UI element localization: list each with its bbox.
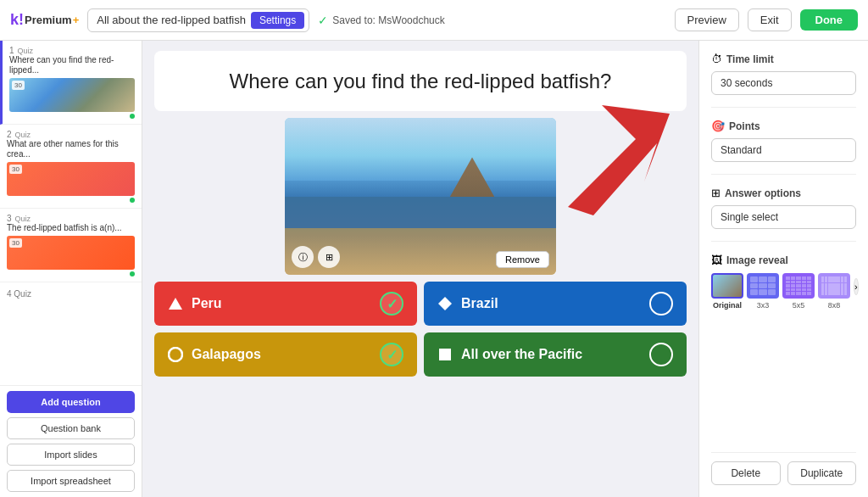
answer-brazil[interactable]: Brazil — [424, 282, 687, 326]
item-3-thumb: 30 — [7, 236, 135, 270]
sidebar: 1 Quiz Where can you find the red-lipped… — [0, 41, 142, 497]
thumb-3-number: 30 — [9, 238, 22, 248]
answers-grid: Peru ✓ Brazil Galapagos ✓ — [154, 282, 687, 377]
reveal-8x8[interactable]: 8x8 — [818, 273, 850, 310]
image-controls: ⓘ ⊞ — [292, 246, 340, 268]
item-1-number: 1 — [9, 46, 14, 55]
center-content: Where can you find the red-lipped batfis… — [142, 41, 698, 497]
answer-options-select[interactable]: Single select Multi select — [711, 205, 856, 229]
svg-rect-5 — [439, 349, 451, 360]
media-area: ⓘ ⊞ Remove — [154, 118, 687, 275]
answer-pacific-label: All over the Pacific — [461, 347, 582, 362]
header: k!Premium+ All about the red-lipped batf… — [0, 0, 868, 41]
preview-button[interactable]: Preview — [675, 8, 739, 31]
sidebar-buttons: Add question Question bank Import slides… — [0, 385, 142, 497]
time-limit-label: Time limit — [726, 53, 774, 65]
item-1-type: Quiz — [18, 47, 34, 55]
time-limit-section: ⏱ Time limit 30 seconds 1 minute 2 minut… — [711, 53, 856, 95]
item-1-dot — [130, 114, 135, 119]
reveal-5x5-thumb — [782, 273, 815, 299]
item-3-number: 3 — [7, 214, 12, 223]
answer-peru[interactable]: Peru ✓ — [154, 282, 417, 326]
quiz-title: All about the red-lipped batfish — [97, 14, 246, 26]
sidebar-item-4-label: 4 Quiz — [0, 282, 142, 302]
answer-pacific-check — [649, 343, 673, 366]
remove-image-button[interactable]: Remove — [496, 251, 549, 268]
delete-button[interactable]: Delete — [711, 461, 781, 485]
sidebar-item-1[interactable]: 1 Quiz Where can you find the red-lipped… — [0, 41, 142, 125]
reveal-8x8-label: 8x8 — [828, 301, 841, 310]
points-section: 🎯 Points Standard Double No points — [711, 120, 856, 162]
media-image: ⓘ ⊞ Remove — [285, 118, 556, 275]
answer-options-section: ⊞ Answer options Single select Multi sel… — [711, 187, 856, 229]
item-3-text: The red-lipped batfish is a(n)... — [7, 223, 135, 233]
image-edit-button[interactable]: ⊞ — [318, 246, 340, 268]
triangle-icon — [168, 296, 183, 311]
import-slides-button[interactable]: Import slides — [7, 444, 135, 466]
item-2-text: What are other names for this crea... — [7, 139, 135, 159]
image-info-button[interactable]: ⓘ — [292, 246, 314, 268]
time-limit-select[interactable]: 30 seconds 1 minute 2 minutes — [711, 71, 856, 95]
item-2-type: Quiz — [15, 131, 31, 139]
item-2-number: 2 — [7, 130, 12, 139]
svg-marker-2 — [169, 298, 182, 310]
answer-options-icon: ⊞ — [711, 187, 721, 199]
title-bar: All about the red-lipped batfish Setting… — [87, 8, 309, 32]
thumb-1-number: 30 — [12, 81, 25, 90]
duplicate-button[interactable]: Duplicate — [787, 461, 857, 485]
answer-brazil-label: Brazil — [461, 296, 498, 311]
import-spreadsheet-button[interactable]: Import spreadsheet — [7, 470, 135, 492]
image-reveal-label: Image reveal — [726, 254, 788, 266]
square-icon — [437, 347, 453, 362]
reveal-3x3-label: 3x3 — [757, 301, 770, 310]
reveal-original-thumb — [711, 273, 743, 299]
item-2-dot — [130, 198, 135, 203]
item-1-thumb: 30 — [9, 78, 135, 112]
svg-marker-3 — [438, 297, 452, 310]
main-layout: 1 Quiz Where can you find the red-lipped… — [0, 41, 868, 497]
question-text: Where can you find the red-lipped batfis… — [230, 70, 612, 92]
answer-brazil-check — [649, 292, 673, 316]
points-label: Points — [729, 120, 760, 132]
answer-galapagos[interactable]: Galapagos ✓ — [154, 332, 417, 377]
sidebar-item-2[interactable]: 2 Quiz What are other names for this cre… — [0, 125, 142, 209]
answer-galapagos-check: ✓ — [380, 343, 403, 366]
item-3-type: Quiz — [15, 215, 31, 223]
answer-galapagos-label: Galapagos — [192, 347, 261, 362]
reveal-3x3-thumb — [747, 273, 779, 299]
reveal-original-label: Original — [713, 301, 742, 310]
panel-bottom-buttons: Delete Duplicate — [711, 452, 856, 485]
answer-pacific[interactable]: All over the Pacific — [424, 332, 687, 377]
circle-icon — [168, 347, 183, 362]
saved-text: Saved to: MsWoodchuck — [332, 14, 445, 26]
reveal-3x3[interactable]: 3x3 — [747, 273, 779, 310]
image-reveal-icon: 🖼 — [711, 254, 722, 266]
image-reveal-section: 🖼 Image reveal Original 3x3 — [711, 254, 856, 310]
add-question-button[interactable]: Add question — [7, 391, 135, 413]
sidebar-item-3[interactable]: 3 Quiz The red-lipped batfish is a(n)...… — [0, 209, 142, 282]
exit-button[interactable]: Exit — [748, 8, 792, 31]
points-icon: 🎯 — [711, 120, 725, 132]
item-3-dot — [130, 271, 135, 276]
done-button[interactable]: Done — [800, 9, 859, 31]
reveal-8x8-thumb — [818, 273, 850, 299]
question-bank-button[interactable]: Question bank — [7, 417, 135, 439]
reveal-5x5[interactable]: 5x5 — [782, 273, 815, 310]
points-select[interactable]: Standard Double No points — [711, 138, 856, 162]
svg-point-4 — [169, 348, 182, 361]
thumb-2-number: 30 — [9, 165, 22, 174]
diamond-icon — [437, 296, 453, 311]
check-icon: ✓ — [318, 14, 328, 27]
answer-peru-check: ✓ — [380, 292, 403, 316]
question-card: Where can you find the red-lipped batfis… — [154, 51, 687, 111]
reveal-5x5-label: 5x5 — [793, 301, 805, 310]
brand-logo: k!Premium+ — [10, 11, 79, 29]
settings-button[interactable]: Settings — [251, 12, 304, 29]
reveal-original[interactable]: Original — [711, 273, 743, 310]
item-2-thumb: 30 — [7, 162, 135, 196]
reveal-next-button[interactable]: › — [854, 278, 859, 295]
svg-marker-1 — [568, 105, 670, 215]
clock-icon: ⏱ — [711, 53, 722, 65]
red-arrow — [551, 105, 670, 219]
right-panel: ⏱ Time limit 30 seconds 1 minute 2 minut… — [698, 41, 868, 497]
